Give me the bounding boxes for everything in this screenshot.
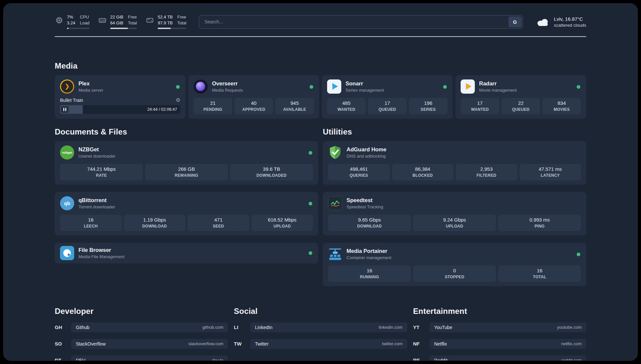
search-input[interactable] bbox=[199, 15, 523, 29]
stat-label: DOWNLOAD bbox=[126, 224, 184, 228]
cpu-load-label: Load bbox=[80, 21, 89, 26]
status-dot bbox=[309, 202, 312, 205]
nzbget-icon: nzbget bbox=[60, 145, 74, 160]
bookmark-row: NF Netflix netflix.com bbox=[413, 339, 586, 349]
bookmark-url: github.com bbox=[202, 325, 224, 330]
bookmark-url: dev.to bbox=[212, 358, 223, 361]
pause-button[interactable] bbox=[61, 106, 69, 113]
stat-label: AVAILABLE bbox=[277, 107, 312, 112]
stat-tile: 16 LEECH bbox=[60, 215, 122, 231]
weather-location-temp: Lviv, 16.87°C bbox=[554, 16, 586, 22]
app-card-plex[interactable]: Plex Media server Bullet Train bbox=[55, 75, 186, 119]
ram-widget: 22 GiB 64 GiB Free Total bbox=[98, 15, 137, 29]
bookmark-abbr: TW bbox=[234, 341, 250, 347]
stat-value: 485 bbox=[329, 100, 364, 106]
stat-tile: 17 WANTED bbox=[461, 98, 499, 114]
stat-value: 17 bbox=[370, 100, 405, 106]
disk-progress-bar bbox=[158, 28, 186, 29]
section-title-entertainment: Entertainment bbox=[413, 307, 586, 316]
speedtest-icon bbox=[328, 196, 342, 210]
app-card-overseerr[interactable]: Overseerr Media Requests 21 PENDING 40 A… bbox=[188, 75, 319, 119]
stat-tile: 618.52 Mbps UPLOAD bbox=[252, 215, 313, 231]
now-playing-title: Bullet Train bbox=[60, 98, 83, 103]
status-dot bbox=[309, 251, 312, 255]
app-name: NZBGet bbox=[78, 146, 115, 153]
bookmark-twitter[interactable]: Twitter twitter.com bbox=[250, 339, 407, 349]
app-card-radarr[interactable]: Radarr Movie management 17 WANTED 22 QUE… bbox=[455, 75, 586, 119]
stat-value: 2,953 bbox=[458, 166, 515, 172]
stat-label: MOVIES bbox=[544, 107, 579, 112]
app-card-sonarr[interactable]: Sonarr Series management 485 WANTED 17 Q… bbox=[322, 75, 453, 119]
search-engine-button[interactable]: G bbox=[508, 16, 522, 27]
app-card-qbittorrent[interactable]: qb qBittorrent Torrent downloader 16 LEE… bbox=[55, 192, 318, 235]
app-card-speedtest[interactable]: Speedtest Speedtest Tracking 9.65 Gbps D… bbox=[323, 192, 586, 235]
app-card-adguard[interactable]: AdGuard Home DNS and adblocking 498,461 … bbox=[323, 141, 586, 185]
bookmark-abbr: SO bbox=[55, 341, 71, 347]
stat-label: LEECH bbox=[62, 224, 120, 228]
status-dot bbox=[310, 85, 313, 89]
stat-label: WANTED bbox=[329, 107, 364, 112]
app-name: Media Portainer bbox=[347, 248, 391, 254]
gear-icon[interactable] bbox=[176, 98, 180, 103]
stat-value: 22 bbox=[504, 100, 538, 106]
stat-tile: 39.6 TB DOWNLOADED bbox=[230, 164, 313, 180]
stat-tile: 2,953 FILTERED bbox=[456, 164, 517, 180]
plex-now-playing: Bullet Train 24:44 / 02:06:47 bbox=[60, 98, 180, 114]
stat-value: 47.571 ms bbox=[522, 166, 579, 172]
app-card-portainer[interactable]: Media Portainer Container management 16 … bbox=[323, 243, 586, 286]
cpu-widget: 7% 3.24 CPU Load bbox=[55, 15, 89, 29]
stat-label: SERIES bbox=[411, 107, 445, 112]
stat-value: 9.65 Gbps bbox=[330, 217, 409, 223]
stat-label: QUEUED bbox=[370, 107, 405, 112]
bookmark-name: Twitter bbox=[255, 341, 268, 347]
status-dot bbox=[176, 85, 180, 89]
stat-value: 16 bbox=[62, 217, 120, 223]
bookmark-netflix[interactable]: Netflix netflix.com bbox=[430, 339, 586, 349]
bookmark-name: Github bbox=[76, 325, 89, 330]
bookmark-abbr: DT bbox=[55, 357, 71, 361]
cpu-progress-bar bbox=[67, 28, 89, 29]
disk-free: 52.4 TB bbox=[158, 15, 172, 20]
app-subtitle: Container management bbox=[347, 255, 391, 260]
disk-icon bbox=[145, 16, 154, 25]
bookmark-abbr: NF bbox=[413, 341, 430, 347]
stat-value: 498,461 bbox=[330, 166, 388, 172]
stat-value: 744.21 Mbps bbox=[62, 166, 141, 172]
disk-total: 97.9 TB bbox=[158, 21, 172, 26]
portainer-icon bbox=[328, 247, 342, 261]
bookmark-stackoverflow[interactable]: StackOverflow stackoverflow.com bbox=[71, 339, 228, 349]
bookmark-name: LinkedIn bbox=[255, 325, 272, 330]
bookmark-linkedin[interactable]: LinkedIn linkedin.com bbox=[250, 322, 407, 332]
section-title-developer: Developer bbox=[55, 307, 228, 316]
stat-label: QUEUED bbox=[504, 107, 538, 112]
bookmark-dev[interactable]: DEV dev.to bbox=[71, 355, 228, 361]
bookmark-youtube[interactable]: YouTube youtube.com bbox=[430, 322, 586, 332]
radarr-icon bbox=[461, 79, 475, 94]
app-card-nzbget[interactable]: nzbget NZBGet Usenet downloader 744.21 M… bbox=[55, 141, 318, 185]
status-dot bbox=[443, 85, 447, 89]
bookmark-name: Netflix bbox=[434, 341, 447, 347]
bookmark-row: SO StackOverflow stackoverflow.com bbox=[55, 339, 228, 349]
app-card-filebrowser[interactable]: File Browser Media File Management bbox=[55, 243, 318, 263]
stat-tile: 86,384 BLOCKED bbox=[392, 164, 454, 180]
ram-free-label: Free bbox=[128, 15, 137, 20]
stat-value: 196 bbox=[411, 100, 445, 106]
stat-value: 39.6 TB bbox=[232, 166, 311, 172]
ram-progress-bar bbox=[110, 28, 137, 29]
bookmark-name: Reddit bbox=[434, 358, 447, 361]
stat-value: 9.24 Gbps bbox=[415, 217, 494, 223]
qbittorrent-icon: qb bbox=[60, 196, 74, 210]
bookmark-name: DEV bbox=[76, 358, 85, 361]
cloud-icon bbox=[535, 17, 550, 27]
playback-progress-bar[interactable]: 24:44 / 02:06:47 bbox=[60, 105, 180, 114]
bookmark-github[interactable]: Github github.com bbox=[71, 322, 228, 332]
bookmark-row: LI LinkedIn linkedin.com bbox=[234, 322, 407, 332]
bookmark-reddit[interactable]: Reddit reddit.com bbox=[430, 355, 586, 361]
app-subtitle: Usenet downloader bbox=[78, 154, 115, 159]
stat-tile: 21 PENDING bbox=[194, 98, 232, 114]
bookmark-row: GH Github github.com bbox=[55, 322, 228, 332]
app-subtitle: DNS and adblocking bbox=[347, 154, 386, 159]
stat-label: WANTED bbox=[463, 107, 497, 112]
weather-condition: scattered clouds bbox=[554, 23, 586, 28]
stat-label: PING bbox=[500, 224, 579, 228]
